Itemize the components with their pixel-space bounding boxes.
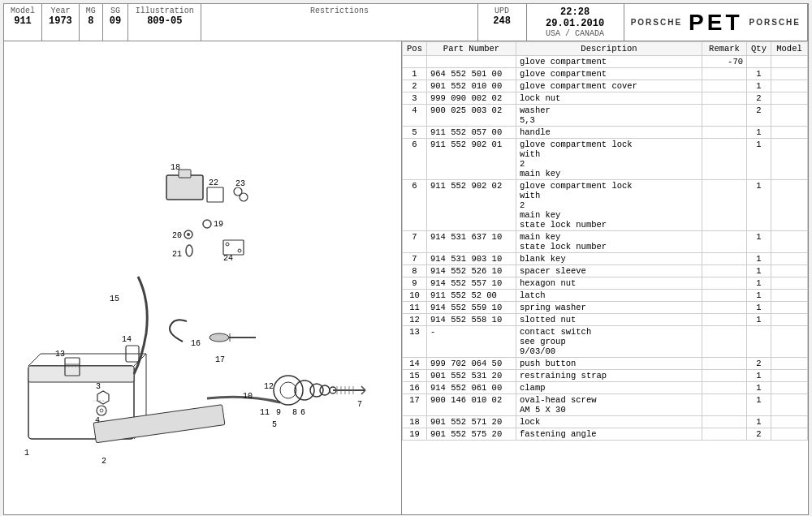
cell-pos: 7 [403, 231, 427, 253]
cell-model [771, 139, 808, 180]
cell-pos: 15 [403, 370, 427, 382]
table-row: 13 - contact switchsee group9/03/00 [403, 326, 808, 358]
table-row: 15 901 552 531 20 restraining strap 1 [403, 370, 808, 382]
cell-model [771, 231, 808, 253]
model-value: 911 [14, 15, 32, 27]
cell-description: clamp [516, 382, 702, 394]
cell-pos: 17 [403, 394, 427, 416]
cell-remark [702, 370, 747, 382]
cell-part-number: 914 552 559 10 [427, 302, 516, 314]
cell-qty: 1 [747, 253, 771, 265]
cell-description: main keystate lock number [516, 231, 702, 253]
cell-pos: 3 [403, 92, 427, 105]
parts-table-area: Pos Part Number Description Remark Qty M… [402, 41, 808, 514]
cell-description: glove compartment [516, 68, 702, 80]
cell-pos: 19 [403, 428, 427, 441]
cell-description: hexagon nut [516, 277, 702, 290]
cell-part-number: 911 552 902 01 [427, 139, 516, 180]
pet-label: PET [689, 10, 742, 36]
cell-pos: 5 [403, 127, 427, 139]
cell-description: lock [516, 416, 702, 428]
illustration-value: 809-05 [147, 15, 182, 27]
parts-diagram: 1 2 5 [12, 49, 394, 504]
cell-remark [702, 302, 747, 314]
svg-point-9 [280, 382, 296, 398]
part7-label: 7 [357, 400, 362, 409]
cell-qty: 1 [747, 277, 771, 290]
cell-remark [702, 416, 747, 428]
cell-description: spacer sleeve [516, 265, 702, 277]
cell-qty [747, 56, 771, 68]
cell-model [771, 382, 808, 394]
svg-point-35 [226, 243, 229, 246]
part23-label: 23 [235, 179, 245, 188]
cell-description: spring washer [516, 302, 702, 314]
cell-remark [702, 314, 747, 326]
cell-remark [702, 394, 747, 416]
svg-marker-40 [97, 391, 109, 404]
diagram-area: 1 2 5 [4, 41, 402, 514]
cell-description: glove compartment lockwith2main key [516, 139, 702, 180]
svg-rect-1 [28, 366, 134, 382]
sg-label: SG [110, 6, 120, 15]
date-value: 29.01.2010 [546, 18, 604, 29]
page-wrapper: Model 911 Year 1973 MG 8 SG 09 Illustrat… [3, 3, 809, 515]
cell-pos: 2 [403, 80, 427, 92]
cell-remark: -70 [702, 56, 747, 68]
part16-label: 16 [191, 339, 201, 348]
part9-label: 9 [276, 408, 281, 417]
cell-pos: 10 [403, 290, 427, 302]
cell-part-number: 914 552 061 00 [427, 382, 516, 394]
restrictions-cell: Restrictions [201, 4, 477, 41]
cell-qty: 1 [747, 265, 771, 277]
cell-part-number: 914 552 557 10 [427, 277, 516, 290]
table-row: 3 999 090 002 02 lock nut 2 [403, 92, 808, 105]
cell-model [771, 290, 808, 302]
svg-rect-25 [166, 175, 203, 200]
cell-description: fastening angle [516, 428, 702, 441]
cell-model [771, 277, 808, 290]
part3-label: 3 [96, 382, 101, 391]
table-row: 6 911 552 902 01 glove compartment lockw… [403, 139, 808, 180]
part12-label: 12 [264, 382, 274, 391]
table-row: 14 999 702 064 50 push button 2 [403, 358, 808, 370]
cell-remark [702, 139, 747, 180]
cell-qty: 1 [747, 231, 771, 253]
part11-label: 11 [260, 408, 270, 417]
table-row: 8 914 552 526 10 spacer sleeve 1 [403, 265, 808, 277]
cell-model [771, 326, 808, 358]
cell-model [771, 416, 808, 428]
cell-pos: 6 [403, 180, 427, 231]
cell-model [771, 314, 808, 326]
cell-description: blank key [516, 253, 702, 265]
cell-qty: 1 [747, 139, 771, 180]
parts-table: Pos Part Number Description Remark Qty M… [402, 41, 808, 441]
cell-qty: 1 [747, 314, 771, 326]
table-row: 6 911 552 902 02 glove compartment lockw… [403, 180, 808, 231]
cell-remark [702, 127, 747, 139]
col-model: Model [771, 42, 808, 56]
col-qty: Qty [747, 42, 771, 56]
cell-model [771, 394, 808, 416]
cell-part-number: 964 552 501 00 [427, 68, 516, 80]
svg-point-10 [295, 381, 314, 400]
cell-part-number: 911 552 902 02 [427, 180, 516, 231]
cell-remark [702, 382, 747, 394]
model-label: Model [11, 6, 35, 15]
part24-label: 24 [223, 254, 233, 263]
table-row: 17 900 146 010 02 oval-head screwAM 5 X … [403, 394, 808, 416]
porsche-logo-right: PORSCHE [749, 18, 801, 27]
col-part-number: Part Number [427, 42, 516, 56]
mg-value: 8 [88, 15, 93, 27]
cell-pos: 13 [403, 326, 427, 358]
cell-description: latch [516, 290, 702, 302]
upd-label: UPD [495, 6, 509, 15]
cell-part-number: 901 552 575 20 [427, 428, 516, 441]
cell-pos [403, 56, 427, 68]
part6-label: 6 [300, 408, 305, 417]
svg-rect-34 [223, 240, 244, 255]
mg-label: MG [86, 6, 96, 15]
illustration-label: Illustration [136, 6, 194, 15]
table-row: 2 901 552 010 00 glove compartment cover… [403, 80, 808, 92]
part17-label: 17 [215, 355, 225, 364]
